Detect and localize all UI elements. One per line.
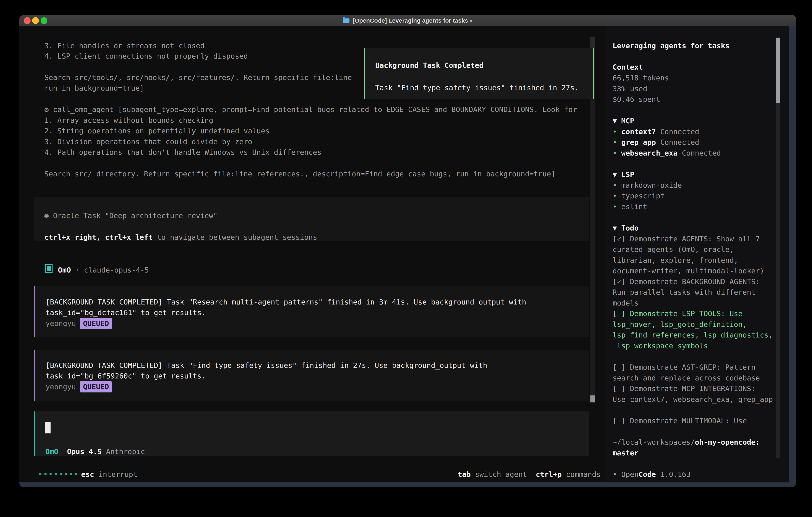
lsp-item: • eslint	[613, 201, 647, 212]
todo-line: [ ] Demonstrate MCP INTEGRATIONS:	[613, 383, 755, 394]
status-badge: QUEUED	[80, 381, 112, 392]
sidebar-scrollbar-thumb[interactable]	[776, 37, 780, 103]
history-line: run_in_background=true]	[45, 83, 144, 93]
mcp-item: • websearch_exa Connected	[613, 148, 721, 159]
spinner-dots: ▪▪▪▪▪▪▪▪	[39, 470, 80, 476]
history-line: 3. File handles or streams not closed	[45, 40, 205, 51]
message-text: task_id="bg_6f59260c" to get results.	[46, 371, 206, 381]
gear-icon: ⚙	[45, 105, 53, 113]
tool-call-item: 1. Array access without bounds checking	[45, 115, 213, 126]
todo-line: librarian, explore, frontend,	[613, 255, 738, 266]
agent-header: OmO · claude-opus-4-5	[58, 265, 149, 275]
window-bottom-edge	[19, 483, 796, 487]
agent-icon-fill	[47, 266, 51, 271]
input-agent-name: OmO	[46, 447, 58, 456]
todo-line: Run parallel tasks with different	[613, 287, 755, 298]
message-meta: yeongyu QUEUED	[46, 381, 112, 392]
context-tokens: 66,518 tokens	[613, 73, 669, 83]
agent-model: claude-opus-4-5	[84, 266, 149, 274]
bullet-icon: •	[613, 138, 621, 146]
oracle-task-hint: ctrl+x right, ctrl+x left to navigate be…	[45, 232, 317, 243]
lsp-item: • typescript	[613, 191, 665, 201]
message-meta: yeongyu QUEUED	[46, 318, 112, 329]
toast-body: Task "Find type safety issues" finished …	[375, 82, 579, 93]
todo-line-active: lsp_find_references, lsp_diagnostics,	[613, 330, 773, 341]
bullet-icon: •	[613, 192, 621, 200]
todo-line: models	[613, 298, 639, 308]
tool-call-header: ⚙ call_omo_agent [subagent_type=explore,…	[45, 104, 582, 115]
tool-call-footer: Search src/ directory. Return specific f…	[45, 168, 555, 179]
chevron-down-icon: ▼	[613, 170, 621, 179]
workspace-path: ~/local-workspaces/oh-my-opencode:	[613, 437, 760, 447]
brand-name: Code	[639, 470, 656, 479]
agent-icon	[46, 264, 53, 273]
todo-line-active: lsp_hover, lsp_goto_definition,	[613, 319, 747, 330]
version-number: 1.0.163	[656, 470, 691, 479]
context-used: 33% used	[613, 83, 647, 94]
bullet-icon: •	[613, 181, 621, 189]
chevron-down-icon: ▼	[613, 224, 621, 232]
input-model-name: Opus 4.5	[58, 447, 102, 456]
toast-title: Background Task Completed	[375, 60, 484, 71]
context-spent: $0.46 spent	[613, 94, 660, 105]
author-name: yeongyu	[46, 383, 80, 391]
main-scrollbar-thumb[interactable]	[590, 396, 595, 403]
mcp-item: • context7 Connected	[613, 126, 699, 137]
statusbar-right: tab switch agent ctrl+p commands	[458, 469, 601, 480]
todo-line: [ ] Demonstrate AST-GREP: Pattern	[613, 362, 755, 373]
status-badge: QUEUED	[80, 318, 112, 329]
message-text: [BACKGROUND TASK COMPLETED] Task "Resear…	[46, 297, 526, 307]
todo-line: document-writer, multimodal-looker)	[613, 266, 764, 276]
text-cursor	[46, 422, 51, 433]
titlebar-content: [OpenCode] Leveraging agents for tasks ◐	[19, 15, 796, 26]
record-icon: ◉	[45, 212, 53, 220]
todo-line: [✓] Demonstrate BACKGROUND AGENTS:	[613, 276, 760, 287]
todo-line: [✓] Demonstrate AGENTS: Show all 7	[613, 234, 760, 244]
ctrlp-key-hint: ctrl+p	[536, 470, 562, 479]
window-title: [OpenCode] Leveraging agents for tasks ◐	[353, 17, 473, 24]
context-heading: Context	[613, 62, 643, 73]
oracle-task-title: ◉ Oracle Task "Deep architecture review"	[45, 210, 218, 221]
input-provider-name: Anthropic	[102, 447, 145, 456]
chevron-down-icon: ▼	[613, 117, 621, 125]
window-right-edge	[789, 26, 796, 483]
app-version-line: • OpenCode 1.0.163	[613, 469, 691, 480]
lsp-item: • markdown-oxide	[613, 180, 682, 191]
agent-name: OmO	[58, 266, 71, 274]
todo-line: Use context7, websearch_exa, grep_app	[613, 394, 773, 405]
repo-name: oh-my-opencode:	[695, 438, 760, 446]
tab-key-hint: tab	[458, 470, 471, 479]
statusbar-left: esc interrupt	[81, 469, 138, 480]
keyboard-shortcut: ctrl+x right, ctrl+x left	[45, 233, 153, 241]
todo-line-active: [ ] Demonstrate LSP TOOLS: Use	[613, 308, 743, 319]
tool-call-item: 4. Path operations that don't handle Win…	[45, 147, 321, 158]
session-title: Leveraging agents for tasks	[613, 40, 729, 51]
mcp-item: • grep_app Connected	[613, 137, 699, 148]
bullet-icon: •	[613, 470, 621, 479]
bullet-icon: •	[613, 128, 621, 136]
todo-line-active: lsp_workspace_symbols	[613, 341, 708, 351]
message-text: [BACKGROUND TASK COMPLETED] Task "Find t…	[46, 360, 487, 371]
todo-line: [ ] Demonstrate MULTIMODAL: Use	[613, 415, 747, 426]
todo-line: curated agents (OmO, oracle,	[613, 244, 734, 255]
section-header-todo[interactable]: ▼ Todo	[613, 223, 639, 234]
history-line: Search src/tools/, src/hooks/, src/featu…	[45, 72, 352, 83]
tool-call-item: 2. String operations on potentially unde…	[45, 126, 269, 136]
git-branch: master	[613, 447, 639, 458]
bullet-icon: •	[613, 149, 621, 157]
bullet-icon: •	[613, 202, 621, 211]
author-name: yeongyu	[46, 319, 80, 327]
section-header-mcp[interactable]: ▼ MCP	[613, 115, 634, 126]
history-line: 4. LSP client connections not properly d…	[45, 51, 248, 61]
message-text: task_id="bg_dcfac161" to get results.	[46, 307, 206, 318]
input-model-line: OmO Opus 4.5 Anthropic	[46, 446, 145, 457]
section-header-lsp[interactable]: ▼ LSP	[613, 169, 634, 180]
esc-key-hint: esc	[81, 470, 94, 479]
todo-line: search and replace across codebase	[613, 373, 760, 383]
folder-icon	[342, 17, 350, 24]
main-scrollbar-top-segment	[590, 36, 595, 48]
tool-call-item: 3. Division operations that could divide…	[45, 136, 252, 147]
